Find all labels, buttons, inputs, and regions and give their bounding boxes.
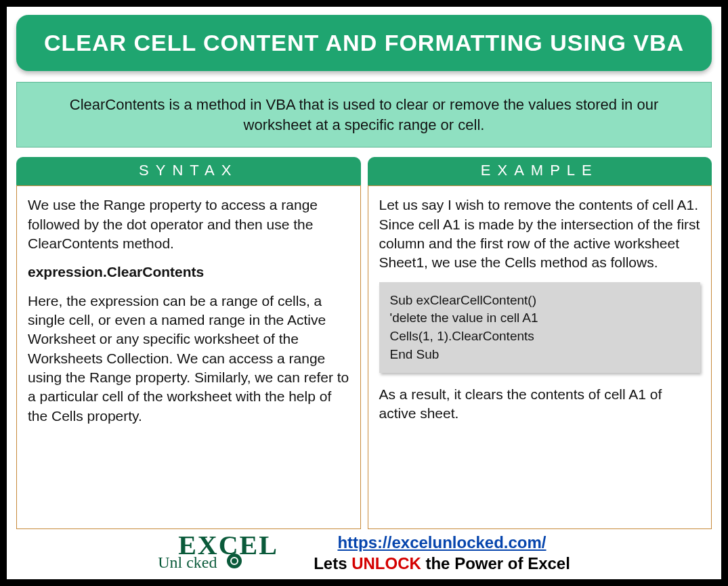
example-code-block: Sub exClearCellContent() 'delete the val…	[379, 282, 701, 373]
tagline-pre: Lets	[314, 554, 351, 572]
syntax-column: SYNTAX We use the Range property to acce…	[16, 157, 361, 528]
logo-unlocked-text: Unl cked	[158, 554, 217, 572]
description-box: ClearContents is a method in VBA that is…	[16, 82, 712, 148]
example-header: EXAMPLE	[368, 157, 712, 185]
lock-icon	[227, 554, 242, 568]
footer-text-block: https://excelunlocked.com/ Lets UNLOCK t…	[314, 532, 570, 574]
tagline-post: the Power of Excel	[421, 554, 570, 572]
footer: EXCEL Unl cked https://excelunlocked.com…	[16, 529, 712, 574]
example-column: EXAMPLE Let us say I wish to remove the …	[368, 157, 712, 528]
syntax-intro-text: We use the Range property to access a ra…	[28, 196, 349, 253]
page-title-banner: CLEAR CELL CONTENT AND FORMATTING USING …	[16, 15, 712, 71]
tagline-unlock: UNLOCK	[351, 554, 421, 572]
example-result-text: As a result, it clears the contents of c…	[379, 385, 701, 424]
syntax-explanation-text: Here, the expression can be a range of c…	[28, 292, 349, 426]
syntax-expression: expression.ClearContents	[28, 263, 349, 281]
syntax-header: SYNTAX	[16, 157, 361, 185]
footer-url-link[interactable]: https://excelunlocked.com/	[337, 533, 546, 551]
two-column-layout: SYNTAX We use the Range property to acce…	[16, 157, 712, 528]
example-intro-text: Let us say I wish to remove the contents…	[379, 196, 701, 272]
excel-unlocked-logo: EXCEL Unl cked	[158, 532, 300, 574]
syntax-body: We use the Range property to access a ra…	[16, 185, 361, 528]
example-body: Let us say I wish to remove the contents…	[368, 185, 712, 528]
